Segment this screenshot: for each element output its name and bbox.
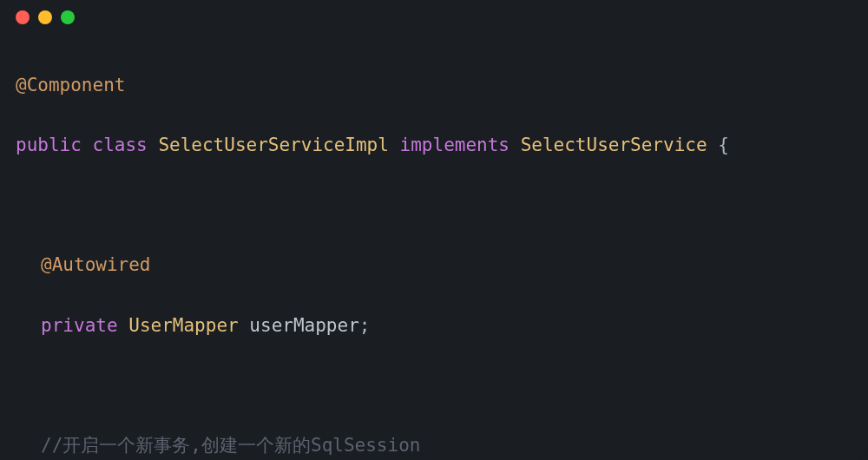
interface-name: SelectUserService	[521, 135, 707, 155]
keyword-implements: implements	[400, 135, 510, 155]
minimize-icon[interactable]	[38, 10, 52, 24]
keyword-public: public	[16, 135, 82, 155]
semicolon: ;	[359, 315, 371, 336]
annotation: @Component	[16, 75, 125, 95]
field-name: userMapper	[249, 315, 358, 336]
code-line: //开启一个新事务,创建一个新的SqlSession	[16, 430, 852, 460]
maximize-icon[interactable]	[61, 10, 75, 24]
code-editor[interactable]: @Component public class SelectUserServic…	[0, 40, 868, 460]
window-controls	[0, 10, 868, 40]
keyword-private: private	[41, 315, 118, 336]
close-icon[interactable]	[16, 10, 30, 24]
code-line: @Autowired	[16, 250, 852, 280]
type-name: UserMapper	[128, 315, 238, 336]
code-line: public class SelectUserServiceImpl imple…	[16, 130, 852, 161]
class-name: SelectUserServiceImpl	[158, 135, 389, 155]
code-window: @Component public class SelectUserServic…	[0, 0, 868, 460]
brace: {	[707, 135, 729, 155]
code-line-blank	[16, 190, 852, 220]
code-line: @Component	[16, 70, 852, 101]
keyword-class: class	[93, 135, 148, 155]
code-line-blank	[16, 371, 852, 401]
annotation: @Autowired	[41, 254, 150, 275]
comment: //开启一个新事务,创建一个新的SqlSession	[41, 435, 420, 456]
code-line: private UserMapper userMapper;	[16, 311, 852, 341]
